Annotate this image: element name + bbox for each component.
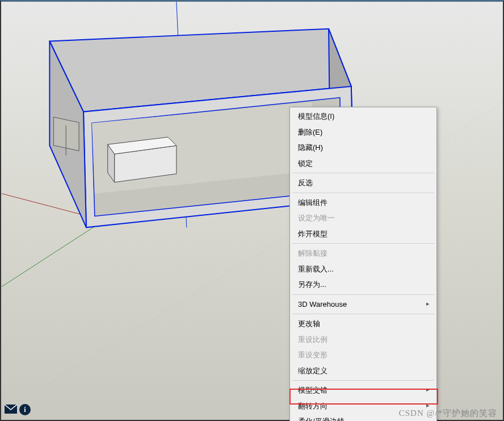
inner-box: [108, 137, 177, 182]
menu-reset-scale: 重设比例: [291, 332, 435, 348]
menu-separator: [292, 243, 434, 244]
menu-separator: [292, 173, 434, 173]
menu-3d-warehouse[interactable]: 3D Warehouse: [291, 297, 435, 312]
menu-edit-group[interactable]: 编辑组件: [291, 195, 435, 211]
menu-separator: [292, 294, 434, 295]
watermark-text: CSDN @/*守护她的笑容: [399, 408, 497, 419]
axis-red: [2, 194, 83, 215]
info-icon[interactable]: i: [19, 404, 31, 415]
menu-model-info[interactable]: 模型信息(I): [291, 109, 435, 124]
menu-reload[interactable]: 重新载入...: [291, 261, 435, 277]
menu-explode[interactable]: 炸开模型: [291, 226, 435, 242]
menu-hide[interactable]: 隐藏(H): [291, 140, 435, 156]
menu-save-as[interactable]: 另存为...: [291, 277, 435, 293]
menu-reset-deform: 重设变形: [291, 347, 435, 363]
menu-lock[interactable]: 锁定: [291, 156, 435, 172]
menu-change-axes[interactable]: 更改轴: [291, 316, 435, 332]
menu-unglue: 解除黏接: [291, 245, 435, 261]
envelope-icon[interactable]: [5, 405, 17, 415]
menu-separator: [292, 314, 434, 314]
3d-viewport[interactable]: 模型信息(I) 删除(E) 隐藏(H) 锁定 反选 编辑组件 设定为唯一 炸开模…: [0, 0, 504, 421]
menu-delete[interactable]: 删除(E): [291, 124, 435, 140]
menu-make-unique: 设定为唯一: [291, 210, 435, 226]
status-bar-icons: i: [5, 404, 31, 415]
menu-invert-selection[interactable]: 反选: [291, 175, 435, 191]
menu-separator: [292, 193, 434, 193]
context-menu: 模型信息(I) 删除(E) 隐藏(H) 锁定 反选 编辑组件 设定为唯一 炸开模…: [289, 107, 437, 421]
menu-intersect[interactable]: 模型交错: [291, 382, 435, 398]
menu-separator: [292, 380, 434, 381]
menu-scale-definition[interactable]: 缩放定义: [291, 363, 435, 379]
